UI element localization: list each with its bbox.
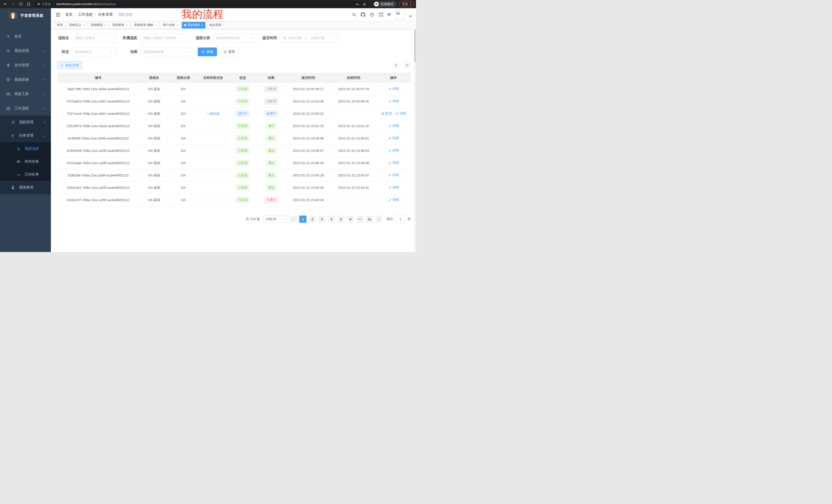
detail-link[interactable]: 详情 <box>388 136 399 141</box>
password-key-icon[interactable] <box>356 2 359 6</box>
detail-link[interactable]: 详情 <box>388 99 399 104</box>
user-icon <box>11 186 15 190</box>
breadcrumb-workflow[interactable]: 工作流程 <box>78 12 93 17</box>
create-process-button[interactable]: 发起流程 <box>57 61 82 69</box>
fullscreen-icon[interactable] <box>379 12 383 17</box>
show-search-toggle-button[interactable] <box>392 61 400 69</box>
sidebar-item-workflow[interactable]: 工作流程 <box>0 101 51 116</box>
tab-close-icon[interactable]: × <box>83 23 85 27</box>
cell-name: OA 请假 <box>139 186 169 190</box>
browser-forward-icon[interactable] <box>10 1 17 7</box>
tab-close-icon[interactable]: × <box>201 23 203 27</box>
breadcrumb-home[interactable]: 首页 <box>65 12 73 17</box>
submit-time-range-picker[interactable]: 开始日期 - 结束日期 <box>280 34 339 43</box>
address-bar[interactable]: 不安全 dashboard.yudao.iocoder.cn/bpm/task/… <box>34 1 369 7</box>
page-number-button[interactable]: 2 <box>309 216 316 223</box>
browser-home-icon[interactable] <box>25 1 32 7</box>
security-label[interactable]: 不安全 <box>42 2 51 6</box>
detail-link[interactable]: 详情 <box>395 111 406 116</box>
sidebar-item-leave-query[interactable]: 请假查询 <box>0 181 51 194</box>
page-number-button[interactable]: 5 <box>337 216 344 223</box>
tab-close-icon[interactable]: × <box>104 23 106 27</box>
page-number-button[interactable]: 1 <box>299 216 307 223</box>
tab[interactable]: 发起流程 × <box>207 22 227 29</box>
breadcrumb-task-mgmt[interactable]: 任务管理 <box>98 12 113 17</box>
tab[interactable]: 流程表单-编辑 × <box>131 22 159 29</box>
detail-link[interactable]: 详情 <box>388 161 399 165</box>
page-number-button[interactable]: ••• <box>356 216 364 223</box>
page-number-button[interactable]: 4 <box>328 216 335 223</box>
status-badge: 已完成 <box>235 185 250 191</box>
detail-link[interactable]: 详情 <box>388 148 399 153</box>
toolbox-icon <box>6 92 10 96</box>
cell-name: OA 请假 <box>139 124 169 129</box>
browser-update-button[interactable]: 更新 <box>399 1 414 7</box>
detail-link[interactable]: 详情 <box>388 198 399 202</box>
prev-page-button[interactable] <box>290 216 297 223</box>
avatar[interactable] <box>395 10 405 20</box>
tab[interactable]: 流程模型 × <box>88 22 108 29</box>
tab-close-icon[interactable]: × <box>176 23 178 27</box>
sidebar-item-infra[interactable]: 基础设施 <box>0 73 51 87</box>
refresh-table-button[interactable] <box>403 61 411 69</box>
help-icon[interactable] <box>370 12 374 17</box>
col-id: 编号 <box>57 76 139 80</box>
scrollbar[interactable] <box>414 8 416 252</box>
sidebar-item-my-process[interactable]: 我的流程 <box>0 142 51 155</box>
reset-button[interactable]: 重置 <box>219 48 239 56</box>
process-key-input[interactable]: 请输入流程定义的编号 <box>140 34 190 43</box>
tab-close-icon[interactable]: × <box>155 23 157 27</box>
sidebar-item-process-mgmt[interactable]: 流程管理 <box>0 116 51 129</box>
bookmark-star-icon[interactable] <box>363 2 366 6</box>
incognito-badge: 无痕模式 <box>373 1 396 7</box>
tab[interactable]: 我的流程 × <box>182 22 205 29</box>
browser-menu-icon[interactable] <box>410 3 411 6</box>
cell-end-time: 2022-01-22 23:44:42 <box>331 186 376 190</box>
page-number-button[interactable]: 3 <box>318 216 326 223</box>
tab[interactable]: 流程表单 × <box>110 22 130 29</box>
browser-back-icon[interactable] <box>2 1 9 7</box>
tab[interactable]: 首页 <box>54 22 65 29</box>
browser-reload-icon[interactable] <box>18 1 24 7</box>
page-number-button[interactable]: 11 <box>366 216 373 223</box>
cell-end-time: 2022-01-23 00:08:41 <box>331 100 376 103</box>
cancel-link[interactable]: 取消 <box>381 111 392 116</box>
search-button[interactable]: 搜索 <box>198 48 217 56</box>
sidebar-item-payment[interactable]: ¥ 支付管理 <box>0 58 51 73</box>
current-task-link[interactable]: 一级审批 <box>206 111 220 116</box>
caret-down-icon[interactable] <box>409 16 412 17</box>
sidebar-item-todo-tasks[interactable]: 待办任务 <box>0 155 51 168</box>
result-select[interactable]: 请选择流结果 <box>141 48 191 56</box>
tab-label: 我的流程 <box>187 23 200 27</box>
category-select[interactable]: 请选择流程分类 <box>213 34 257 43</box>
filter-label-category: 流程分类 <box>190 36 213 40</box>
status-select[interactable]: 请选择状态 <box>72 48 116 56</box>
tab-close-icon[interactable]: × <box>126 23 128 27</box>
tab[interactable]: 用户分组 × <box>160 22 181 29</box>
sidebar-item-system[interactable]: 系统管理 <box>0 44 51 58</box>
sidebar-item-home[interactable]: 首页 <box>0 29 51 44</box>
url-host: dashboard.yudao.iocoder.cn <box>56 2 97 6</box>
table-toolbar: 发起流程 <box>57 61 411 69</box>
detail-link[interactable]: 详情 <box>388 185 399 190</box>
tab-close-icon[interactable]: × <box>223 23 225 27</box>
detail-link[interactable]: 详情 <box>388 173 399 177</box>
sidebar-item-task-mgmt[interactable]: 任务管理 <box>0 129 51 142</box>
chevron-down-icon <box>44 78 46 82</box>
header-search-icon[interactable] <box>352 12 356 17</box>
detail-link[interactable]: 详情 <box>388 87 399 91</box>
tab[interactable]: 流程定义 × <box>67 22 87 29</box>
goto-page-input[interactable]: 1 <box>395 216 406 223</box>
detail-link[interactable]: 详情 <box>388 123 399 128</box>
font-size-icon[interactable]: tT <box>388 12 391 17</box>
cell-id: 7317cec6-7b9b-11ec-b5b7-acde48001122 <box>57 112 139 116</box>
page-number-button[interactable]: 6 <box>347 216 354 223</box>
github-icon[interactable] <box>361 12 365 17</box>
sidebar-fold-icon[interactable] <box>55 12 61 17</box>
process-name-input[interactable]: 请输入流程名 <box>72 34 116 43</box>
next-page-button[interactable] <box>375 216 383 223</box>
sidebar-item-done-tasks[interactable]: 已办任务 <box>0 168 51 181</box>
monitor-icon <box>6 78 10 82</box>
page-size-select[interactable]: 10条/页 <box>263 216 287 223</box>
sidebar-item-devtools[interactable]: 研发工具 <box>0 87 51 101</box>
